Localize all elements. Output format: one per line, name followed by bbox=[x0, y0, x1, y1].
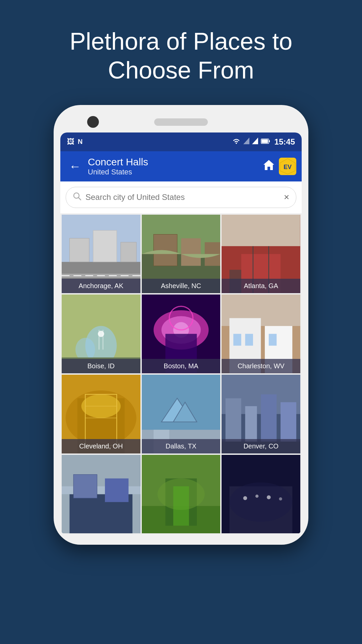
phone-shell: 🖼 N bbox=[54, 105, 308, 545]
home-button[interactable] bbox=[262, 159, 276, 174]
status-image-icon: 🖼 bbox=[67, 138, 74, 146]
city-photo-row4b bbox=[142, 455, 221, 534]
status-bar: 🖼 N bbox=[60, 132, 302, 151]
city-card-charleston[interactable]: Charleston, WV bbox=[222, 294, 300, 373]
city-label-boise: Boise, ID bbox=[62, 359, 140, 373]
svg-rect-13 bbox=[93, 230, 117, 262]
page-title-line1: Plethora of Places to bbox=[70, 28, 292, 55]
search-container: × bbox=[60, 181, 302, 213]
app-bar-actions: EV bbox=[262, 158, 296, 175]
status-bar-right: 15:45 bbox=[232, 137, 295, 147]
city-card-row4b[interactable] bbox=[142, 455, 221, 534]
city-card-denver[interactable]: Denver, CO bbox=[222, 375, 300, 453]
svg-rect-12 bbox=[69, 238, 89, 262]
svg-rect-20 bbox=[181, 238, 201, 266]
svg-text:EV: EV bbox=[284, 164, 292, 170]
svg-point-75 bbox=[230, 482, 293, 522]
city-card-cleveland[interactable]: Cleveland, OH bbox=[62, 375, 140, 453]
city-card-row4c[interactable] bbox=[222, 455, 300, 534]
svg-rect-67 bbox=[105, 478, 128, 502]
search-bar[interactable]: × bbox=[66, 187, 296, 208]
app-bar: ← Concert Halls United States EV bbox=[60, 151, 302, 181]
app-bar-main-title: Concert Halls bbox=[88, 156, 262, 168]
city-card-row4a[interactable] bbox=[62, 455, 140, 534]
city-label-asheville: Asheville, NC bbox=[142, 279, 221, 293]
city-photo-row4a bbox=[62, 455, 140, 534]
city-card-anchorage[interactable]: Anchorage, AK bbox=[62, 215, 140, 293]
signal2-icon bbox=[252, 138, 258, 146]
app-bar-title: Concert Halls United States bbox=[88, 156, 262, 176]
svg-rect-19 bbox=[154, 234, 177, 266]
status-time: 15:45 bbox=[275, 137, 295, 147]
city-grid: Anchorage, AK Asheville, NC Atlanta, GA … bbox=[60, 213, 302, 535]
search-input[interactable] bbox=[85, 193, 280, 202]
city-card-asheville[interactable]: Asheville, NC bbox=[142, 215, 221, 293]
battery-icon bbox=[261, 138, 270, 146]
search-icon bbox=[73, 192, 81, 203]
city-label-boston: Boston, MA bbox=[142, 359, 221, 373]
svg-line-9 bbox=[78, 198, 81, 200]
svg-point-0 bbox=[236, 143, 237, 144]
svg-marker-1 bbox=[243, 138, 249, 144]
phone-screen: 🖼 N bbox=[60, 132, 302, 535]
svg-rect-43 bbox=[234, 334, 241, 346]
svg-rect-14 bbox=[121, 242, 136, 262]
city-label-dallas: Dallas, TX bbox=[142, 439, 221, 453]
city-label-charleston: Charleston, WV bbox=[222, 359, 300, 373]
svg-point-76 bbox=[243, 496, 247, 500]
phone-speaker bbox=[154, 118, 208, 126]
svg-rect-5 bbox=[261, 139, 268, 143]
back-button[interactable]: ← bbox=[66, 156, 84, 177]
page-title: Plethora of Places to Choose From bbox=[36, 0, 326, 105]
svg-rect-4 bbox=[269, 140, 270, 142]
city-card-boston[interactable]: Boston, MA bbox=[142, 294, 221, 373]
city-photo-row4c bbox=[222, 455, 300, 534]
city-label-anchorage: Anchorage, AK bbox=[62, 279, 140, 293]
status-bar-left: 🖼 N bbox=[67, 138, 82, 146]
svg-point-79 bbox=[279, 497, 282, 500]
svg-rect-72 bbox=[173, 486, 189, 526]
svg-rect-66 bbox=[73, 474, 97, 498]
svg-rect-45 bbox=[269, 334, 277, 346]
city-label-atlanta: Atlanta, GA bbox=[222, 279, 300, 293]
city-card-boise[interactable]: Boise, ID bbox=[62, 294, 140, 373]
svg-marker-2 bbox=[252, 138, 258, 144]
clear-search-button[interactable]: × bbox=[284, 192, 289, 203]
city-label-denver: Denver, CO bbox=[222, 439, 300, 453]
city-card-atlanta[interactable]: Atlanta, GA bbox=[222, 215, 300, 293]
signal1-icon bbox=[243, 138, 249, 146]
status-n-icon: N bbox=[78, 138, 82, 146]
app-bar-subtitle: United States bbox=[88, 168, 262, 176]
city-card-dallas[interactable]: Dallas, TX bbox=[142, 375, 221, 453]
city-label-cleveland: Cleveland, OH bbox=[62, 439, 140, 453]
page-title-line2: Choose From bbox=[108, 57, 254, 84]
svg-rect-44 bbox=[245, 334, 253, 346]
phone-camera bbox=[87, 116, 99, 128]
wifi-icon bbox=[232, 138, 241, 146]
svg-point-78 bbox=[267, 495, 271, 499]
ev-badge-button[interactable]: EV bbox=[279, 158, 296, 175]
phone-top-bar bbox=[60, 115, 302, 132]
svg-point-77 bbox=[255, 494, 258, 497]
